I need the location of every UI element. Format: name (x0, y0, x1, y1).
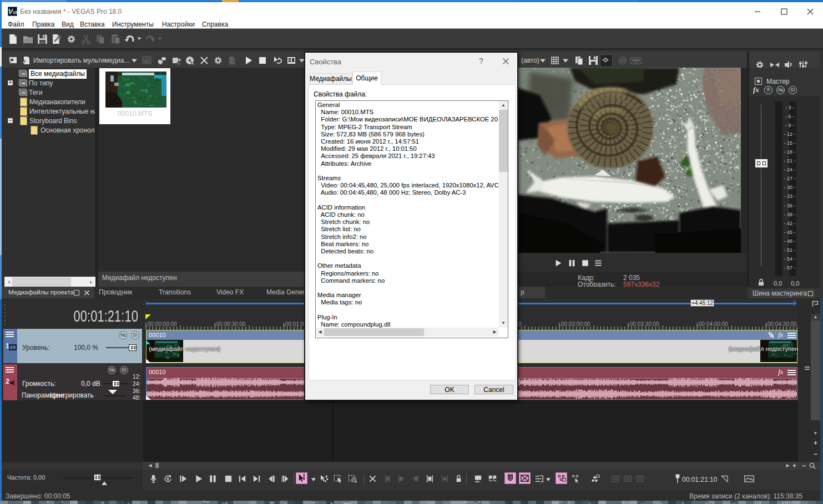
svg-text:60: 60 (620, 59, 625, 63)
svg-text:HDR: HDR (633, 61, 639, 64)
